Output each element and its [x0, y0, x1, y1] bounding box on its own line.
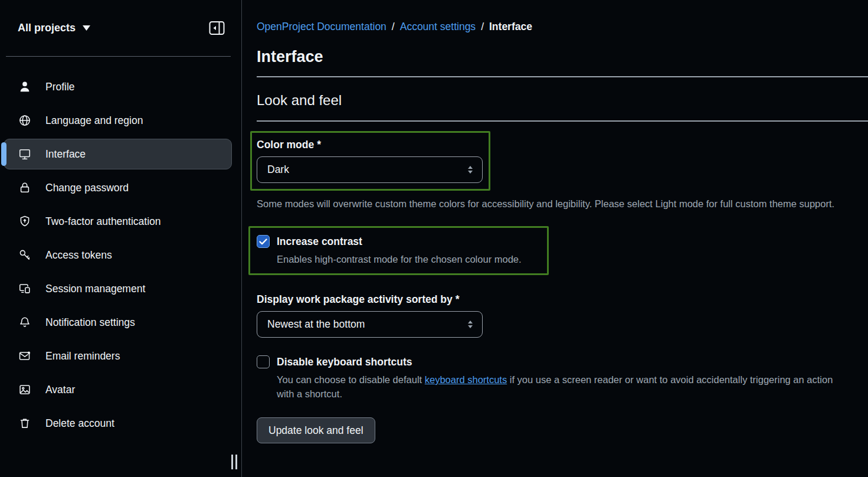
sidebar-item-label: Notification settings	[45, 316, 135, 329]
sidebar-item-label: Interface	[45, 148, 86, 161]
select-arrows-icon	[467, 165, 474, 175]
sidebar-item-label: Language and region	[45, 115, 143, 127]
monitor-icon	[18, 148, 31, 161]
update-look-and-feel-button[interactable]: Update look and feel	[257, 417, 375, 443]
keyboard-shortcuts-link[interactable]: keyboard shortcuts	[425, 374, 507, 385]
sidebar-item-language-and-region[interactable]: Language and region	[4, 105, 232, 136]
devices-icon	[18, 282, 31, 295]
sidebar-item-label: Session management	[45, 283, 145, 295]
sidebar-item-change-password[interactable]: Change password	[4, 172, 232, 203]
sidebar-item-delete-account[interactable]: Delete account	[4, 408, 232, 439]
sidebar-header: All projects	[0, 0, 241, 56]
active-item-indicator	[1, 142, 6, 166]
disable-shortcuts-label: Disable keyboard shortcuts	[277, 356, 412, 368]
color-mode-label: Color mode*	[257, 139, 483, 151]
increase-contrast-hint: Enables high-contrast mode for the chose…	[277, 252, 539, 266]
increase-contrast-label: Increase contrast	[277, 236, 362, 248]
section-divider	[257, 120, 868, 122]
disable-shortcuts-checkbox[interactable]	[257, 355, 270, 368]
activity-sort-select[interactable]: Newest at the bottom	[257, 311, 483, 338]
sidebar-item-label: Profile	[45, 81, 75, 93]
check-icon	[259, 238, 267, 245]
main-content: OpenProject Documentation/Account settin…	[242, 0, 868, 477]
title-divider	[257, 76, 868, 77]
sidebar-item-avatar[interactable]: Avatar	[4, 374, 232, 405]
sidebar-item-two-factor-authentication[interactable]: Two-factor authentication	[4, 206, 232, 237]
collapse-sidebar-button[interactable]	[209, 21, 225, 35]
chevron-down-icon	[83, 25, 90, 31]
sidebar-item-access-tokens[interactable]: Access tokens	[4, 240, 232, 270]
sidebar-item-notification-settings[interactable]: Notification settings	[4, 307, 232, 338]
sidebar-resize-handle[interactable]	[231, 455, 237, 469]
sidebar-item-label: Avatar	[45, 384, 75, 396]
sidebar: All projects ProfileLanguage and regionI…	[0, 0, 242, 477]
color-mode-select[interactable]: Dark	[257, 156, 483, 183]
breadcrumb-separator: /	[481, 21, 484, 33]
key-icon	[18, 249, 31, 262]
select-arrows-icon	[467, 319, 474, 329]
all-projects-label: All projects	[18, 22, 76, 34]
required-mark: *	[317, 139, 321, 151]
bell-icon	[18, 316, 31, 329]
increase-contrast-checkbox[interactable]	[257, 235, 270, 248]
account-settings-menu: ProfileLanguage and regionInterfaceChang…	[0, 57, 241, 439]
breadcrumb-item-account-settings[interactable]: Account settings	[400, 21, 476, 33]
sidebar-item-email-reminders[interactable]: Email reminders	[4, 341, 232, 371]
sidebar-item-interface[interactable]: Interface	[4, 139, 232, 169]
required-mark: *	[456, 293, 460, 305]
disable-shortcuts-hint: You can choose to disable default keyboa…	[277, 373, 852, 401]
breadcrumb-separator: /	[392, 21, 395, 33]
breadcrumb-item-openproject-documentation[interactable]: OpenProject Documentation	[257, 21, 386, 33]
lock-icon	[18, 181, 31, 194]
shield-icon	[18, 215, 31, 228]
sidebar-item-profile[interactable]: Profile	[4, 71, 232, 102]
annotation-box-increase-contrast: Increase contrast Enables high-contrast …	[248, 226, 549, 275]
color-mode-hint: Some modes will overwrite custom theme c…	[257, 197, 848, 211]
globe-icon	[18, 114, 31, 127]
sidebar-item-label: Change password	[45, 182, 129, 194]
mail-dot-icon	[18, 349, 31, 362]
sidebar-item-label: Delete account	[45, 417, 114, 430]
sidebar-item-label: Email reminders	[45, 350, 120, 362]
activity-sort-selected-value: Newest at the bottom	[267, 318, 467, 331]
sidebar-item-session-management[interactable]: Session management	[4, 273, 232, 304]
trash-icon	[18, 417, 31, 430]
color-mode-selected-value: Dark	[267, 164, 467, 176]
breadcrumb-item-interface: Interface	[489, 21, 532, 33]
collapse-sidebar-icon	[209, 21, 225, 35]
sidebar-item-label: Two-factor authentication	[45, 215, 161, 228]
breadcrumb: OpenProject Documentation/Account settin…	[257, 0, 868, 33]
image-icon	[18, 383, 31, 396]
annotation-box-color-mode: Color mode* Dark	[250, 131, 490, 191]
sidebar-item-label: Access tokens	[45, 249, 112, 262]
page: { "colors": { "background": "#04070b", "…	[0, 0, 868, 477]
page-title: Interface	[257, 48, 868, 66]
activity-sort-label: Display work package activity sorted by*	[257, 293, 868, 306]
person-icon	[18, 80, 31, 93]
section-title-look-and-feel: Look and feel	[257, 92, 868, 109]
all-projects-dropdown[interactable]: All projects	[18, 22, 90, 34]
